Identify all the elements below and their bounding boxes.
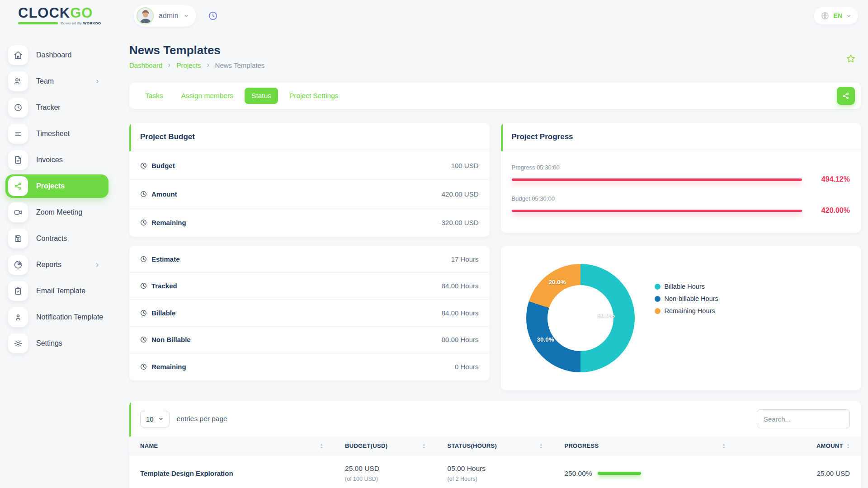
- tasks-table-card: 10 entries per page NAME▲▼ BUDGET(USD)▲▼…: [129, 401, 861, 488]
- non-billable-value: 00.00 Hours: [442, 336, 479, 343]
- search-input[interactable]: [757, 409, 850, 428]
- non-billable-row: Non Billable 00.00 Hours: [129, 327, 490, 354]
- entries-per-page-select[interactable]: 10: [140, 411, 170, 427]
- clock-icon: [140, 310, 147, 316]
- donut-chart: 50.0% 30.0% 20.0%: [526, 264, 635, 372]
- table-row: Template Design Exploration 25.00 USD (o…: [129, 455, 861, 488]
- language-code: EN: [834, 12, 842, 19]
- breadcrumb-dashboard[interactable]: Dashboard: [129, 61, 162, 69]
- sort-icon: ▲▼: [847, 443, 850, 449]
- breadcrumb: Dashboard Projects News Templates: [129, 61, 264, 69]
- chevron-down-icon: [846, 14, 851, 19]
- clock-icon: [140, 191, 147, 197]
- legend-billable-hours[interactable]: Billable Hours: [655, 283, 718, 290]
- clock-icon: [140, 219, 147, 226]
- clock-in-timer-icon[interactable]: [208, 11, 218, 21]
- share-icon: [8, 176, 28, 196]
- person-icon: [8, 307, 28, 327]
- sidebar-item-tracker[interactable]: Tracker: [5, 96, 108, 119]
- powered-by-prefix: Powered By: [61, 21, 82, 25]
- chevron-right-icon: [94, 79, 100, 84]
- breadcrumb-current: News Templates: [215, 61, 265, 69]
- clock-icon: [140, 256, 147, 263]
- breadcrumb-projects[interactable]: Projects: [176, 61, 201, 69]
- entries-per-page-label: entries per page: [177, 415, 227, 423]
- task-status-of: (of 2 Hours): [448, 476, 543, 482]
- task-budget: 25.00 USD: [345, 465, 426, 473]
- logo-text-go: GO: [70, 5, 93, 21]
- pie-icon: [8, 255, 28, 275]
- sort-icon: ▲▼: [422, 443, 425, 449]
- sidebar-item-contracts[interactable]: Contracts: [5, 227, 108, 250]
- tab-assign-members[interactable]: Assign members: [175, 88, 240, 104]
- estimate-value: 17 Hours: [451, 255, 479, 263]
- video-icon: [8, 202, 28, 222]
- sidebar-item-settings[interactable]: Settings: [5, 332, 108, 355]
- sidebar-item-invoices[interactable]: Invoices: [5, 148, 108, 172]
- tab-tasks[interactable]: Tasks: [138, 88, 170, 104]
- gear-icon: [8, 333, 28, 353]
- progress-bar-group: Progress 05:30:00 494.12%: [512, 164, 850, 183]
- tab-status[interactable]: Status: [245, 88, 278, 104]
- column-header-name[interactable]: NAME▲▼: [129, 436, 334, 455]
- task-status-hours: 05.00 Hours: [448, 465, 543, 473]
- chevron-down-icon: [158, 416, 164, 422]
- legend-remaining-hours[interactable]: Remaining Hours: [655, 307, 718, 314]
- donut-label-non-billable: 30.0%: [537, 336, 554, 343]
- project-tabs: Tasks Assign members Status Project Sett…: [129, 83, 861, 109]
- task-budget-of: (of 100 USD): [345, 476, 426, 482]
- project-progress-card: Project Progress Progress 05:30:00 494.1…: [501, 123, 861, 233]
- legend-dot-icon: [655, 296, 660, 302]
- language-selector[interactable]: EN: [814, 7, 858, 24]
- sort-icon: ▲▼: [539, 443, 542, 449]
- legend-non-billable-hours[interactable]: Non-billable Hours: [655, 295, 718, 302]
- username: admin: [159, 12, 179, 20]
- donut-label-billable: 50.0%: [598, 312, 615, 319]
- hours-chart-card: 50.0% 30.0% 20.0% Billable Hours Non-bil…: [501, 246, 861, 390]
- sidebar-item-team[interactable]: Team: [5, 70, 108, 93]
- save-icon: [8, 229, 28, 249]
- clock-icon: [140, 162, 147, 169]
- sidebar-item-zoom-meeting[interactable]: Zoom Meeting: [5, 201, 108, 224]
- star-icon[interactable]: [845, 53, 856, 64]
- tracked-row: Tracked 84.00 Hours: [129, 273, 490, 300]
- task-amount: 25.00 USD: [736, 455, 861, 488]
- amount-row: Amount 420.00 USD: [129, 180, 490, 208]
- clock-icon: [140, 363, 147, 370]
- column-header-amount[interactable]: AMOUNT▲▼: [736, 436, 861, 455]
- clipboard-icon: [8, 281, 28, 301]
- topbar: CLOCKGO Powered By WORKDO admin EN: [0, 0, 868, 32]
- share-icon: [842, 92, 850, 100]
- remaining-value: -320.00 USD: [439, 219, 479, 226]
- sort-icon: ▲▼: [320, 443, 323, 449]
- hours-remaining-value: 0 Hours: [455, 363, 479, 371]
- amount-value: 420.00 USD: [442, 190, 479, 198]
- budget-bar-group: Budget 05:30:00 420.00%: [512, 195, 850, 215]
- share-button[interactable]: [837, 87, 855, 105]
- sidebar-item-projects[interactable]: Projects: [5, 174, 108, 198]
- chevron-down-icon: [184, 13, 189, 19]
- tab-project-settings[interactable]: Project Settings: [283, 88, 345, 104]
- invoice-icon: [8, 150, 28, 170]
- column-header-budget[interactable]: BUDGET(USD)▲▼: [334, 436, 437, 455]
- column-header-progress[interactable]: PROGRESS▲▼: [553, 436, 736, 455]
- page-title: News Templates: [129, 43, 264, 57]
- donut-label-remaining: 20.0%: [549, 279, 566, 286]
- sidebar-item-dashboard[interactable]: Dashboard: [5, 43, 108, 67]
- remaining-row: Remaining -320.00 USD: [129, 208, 490, 237]
- avatar: [137, 7, 154, 24]
- chevron-right-icon: [206, 63, 211, 68]
- sidebar-item-reports[interactable]: Reports: [5, 253, 108, 277]
- sidebar-item-notification-template[interactable]: Notification Template: [5, 305, 108, 329]
- billable-row: Billable 84.00 Hours: [129, 300, 490, 327]
- budget-percent: 420.00%: [811, 206, 850, 215]
- hours-remaining-row: Remaining 0 Hours: [129, 353, 490, 380]
- sidebar-item-email-template[interactable]: Email Template: [5, 279, 108, 303]
- column-header-status[interactable]: STATUS(HOURS)▲▼: [437, 436, 554, 455]
- user-menu[interactable]: admin: [134, 5, 196, 27]
- logo-underline: [18, 22, 58, 24]
- project-hours-card: Estimate 17 Hours Tracked 84.00 Hours Bi…: [129, 246, 490, 380]
- powered-by-name: WORKDO: [83, 21, 101, 25]
- sidebar-item-timesheet[interactable]: Timesheet: [5, 122, 108, 145]
- app-logo[interactable]: CLOCKGO Powered By WORKDO: [0, 6, 113, 25]
